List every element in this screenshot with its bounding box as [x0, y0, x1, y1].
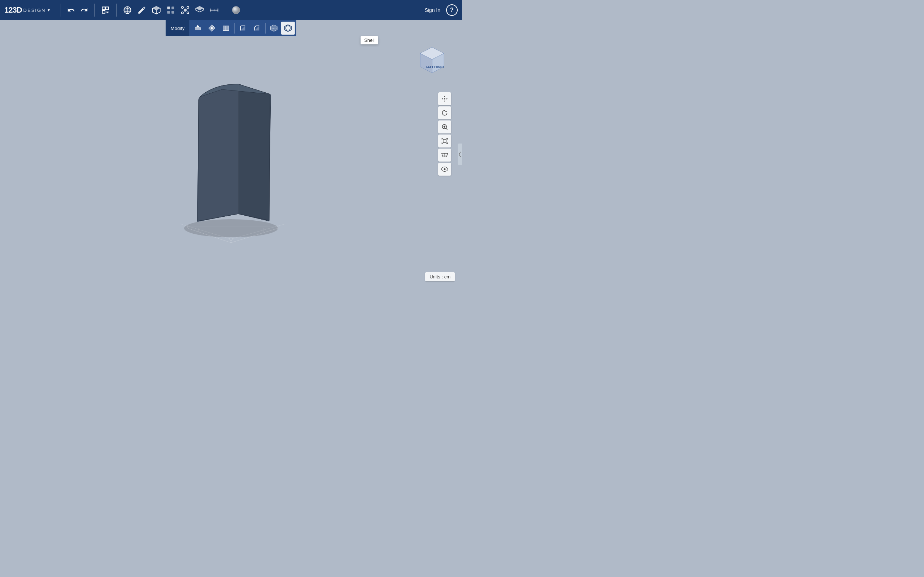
logo-area: 123D DESIGN ▾	[4, 5, 50, 15]
nav-divider-2	[94, 3, 95, 16]
split-face-button[interactable]	[219, 22, 233, 35]
svg-point-16	[187, 12, 189, 14]
navbar: 123D DESIGN ▾	[0, 0, 462, 20]
zoom-button[interactable]	[438, 121, 451, 134]
right-edge-tab[interactable]	[458, 143, 462, 165]
split-solid-button[interactable]	[267, 22, 281, 35]
sketch-tool-button[interactable]	[135, 3, 149, 17]
pattern-tool-button[interactable]	[163, 3, 178, 17]
construct-tool-button[interactable]	[149, 3, 163, 17]
logo-design: DESIGN	[23, 8, 46, 13]
viewport[interactable]: LEFT FRONT	[0, 20, 462, 288]
svg-rect-11	[172, 11, 175, 14]
logo-text: 123D	[4, 5, 22, 15]
material-tool-button[interactable]	[229, 3, 243, 17]
chamfer-button[interactable]	[250, 22, 264, 35]
fit-view-button[interactable]	[438, 134, 451, 148]
svg-point-14	[187, 6, 189, 8]
help-button[interactable]: ?	[446, 4, 458, 16]
snap2-tool-button[interactable]	[192, 3, 207, 17]
svg-point-13	[181, 6, 183, 8]
group-tool-button[interactable]	[178, 3, 192, 17]
view-cube[interactable]: LEFT FRONT	[417, 45, 447, 76]
svg-point-21	[233, 6, 241, 14]
fillet-button[interactable]	[236, 22, 250, 35]
svg-rect-0	[102, 7, 105, 10]
svg-point-15	[181, 12, 183, 14]
svg-line-36	[446, 128, 447, 129]
shell-button[interactable]	[281, 22, 295, 35]
modify-divider-2	[265, 23, 266, 34]
3d-object-container	[159, 55, 303, 253]
measure-tool-button[interactable]	[207, 3, 221, 17]
nav-divider-4	[225, 3, 225, 16]
svg-rect-39	[443, 140, 446, 142]
svg-point-24	[211, 27, 213, 29]
pan-button[interactable]	[438, 92, 451, 105]
svg-point-42	[444, 168, 446, 170]
primitives-tool-button[interactable]	[120, 3, 135, 17]
undo-button[interactable]	[65, 3, 78, 16]
svg-rect-22	[195, 27, 201, 30]
logo-dropdown-arrow[interactable]: ▾	[48, 8, 50, 13]
svg-text:FRONT: FRONT	[434, 65, 444, 69]
modify-tools	[189, 20, 296, 36]
visibility-button[interactable]	[438, 163, 451, 176]
nav-divider-3	[116, 3, 116, 16]
svg-rect-2	[102, 10, 105, 13]
right-controls	[438, 92, 451, 176]
snap-tool-button[interactable]	[98, 3, 113, 17]
svg-rect-10	[168, 11, 170, 14]
svg-point-28	[184, 219, 278, 237]
svg-marker-23	[196, 25, 199, 27]
svg-point-12	[184, 9, 187, 12]
svg-point-34	[444, 98, 445, 99]
shell-tooltip: Shell	[360, 36, 378, 44]
redo-button[interactable]	[78, 3, 90, 16]
perspective-button[interactable]	[438, 148, 451, 161]
tweak-button[interactable]	[205, 22, 219, 35]
nav-divider-1	[61, 3, 61, 16]
svg-text:LEFT: LEFT	[426, 65, 433, 69]
svg-rect-1	[106, 7, 109, 10]
svg-rect-8	[168, 6, 170, 10]
modify-toolbar: Modify	[166, 20, 296, 36]
units-badge: Units : cm	[425, 272, 455, 281]
press-pull-button[interactable]	[191, 22, 205, 35]
nav-right: Sign In ?	[425, 4, 458, 16]
signin-button[interactable]: Sign In	[425, 7, 440, 13]
orbit-button[interactable]	[438, 106, 451, 119]
svg-rect-9	[172, 6, 175, 10]
modify-label: Modify	[166, 20, 189, 36]
